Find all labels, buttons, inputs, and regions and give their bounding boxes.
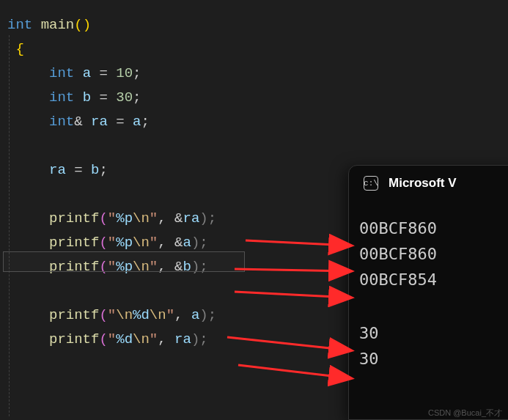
terminal-output: 30	[359, 320, 508, 346]
terminal-output: 00BCF854	[359, 267, 508, 292]
code-line: {	[1, 37, 508, 62]
code-line: int main()	[1, 13, 508, 37]
terminal-output: 00BCF860	[359, 215, 508, 241]
terminal-window[interactable]: c:\ Microsoft V 00BCF860 00BCF860 00BCF8…	[348, 165, 508, 420]
code-line: int b = 30;	[1, 86, 508, 110]
code-line: int& ra = a;	[1, 110, 508, 134]
terminal-output: 00BCF860	[359, 241, 508, 267]
code-line: int a = 10;	[1, 62, 508, 86]
terminal-body: 00BCF860 00BCF860 00BCF854 30 30	[349, 195, 508, 372]
svg-line-4	[238, 365, 350, 378]
terminal-output: 30	[359, 346, 508, 372]
blank-line	[1, 134, 508, 158]
watermark: CSDN @Bucai_不才	[428, 408, 502, 419]
terminal-title: Microsoft V	[389, 176, 457, 191]
terminal-header: c:\ Microsoft V	[349, 166, 508, 195]
terminal-icon: c:\	[364, 176, 378, 191]
